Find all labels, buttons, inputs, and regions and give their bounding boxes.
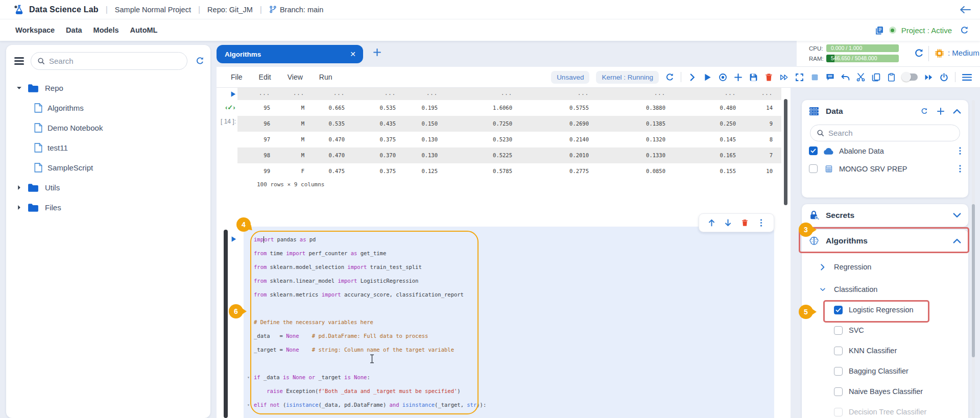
data-item-mongo-srv-prep[interactable]: MONGO SRV PREP bbox=[802, 160, 968, 177]
add-data-icon[interactable] bbox=[937, 107, 945, 115]
cell-more-options-icon[interactable] bbox=[757, 219, 765, 227]
checkbox-unchecked[interactable] bbox=[834, 326, 843, 335]
chevron-right-icon[interactable] bbox=[820, 264, 825, 271]
back-arrow-icon[interactable] bbox=[960, 6, 971, 14]
folder-label: Utils bbox=[45, 183, 60, 192]
menu-file[interactable]: File bbox=[231, 73, 243, 81]
checkbox-unchecked[interactable] bbox=[809, 164, 818, 173]
undo-icon[interactable] bbox=[841, 73, 850, 82]
checkbox-unchecked[interactable] bbox=[834, 387, 843, 396]
search-placeholder: Search bbox=[49, 57, 74, 65]
algo-item-naive-bayes-classifier[interactable]: Naive Bayes Classifier bbox=[802, 384, 968, 399]
sidebar-folder-files[interactable]: Files bbox=[6, 198, 210, 217]
menu-view[interactable]: View bbox=[288, 73, 303, 81]
new-tab-icon[interactable] bbox=[373, 48, 381, 57]
save-icon[interactable] bbox=[749, 73, 758, 82]
code-toggle-icon[interactable] bbox=[902, 73, 918, 81]
record-target-icon[interactable] bbox=[719, 73, 727, 82]
checkbox-unchecked[interactable] bbox=[834, 408, 843, 416]
status-refresh-icon[interactable] bbox=[960, 26, 969, 35]
collapse-data-icon[interactable] bbox=[953, 108, 961, 115]
sidebar-item-test11[interactable]: test11 bbox=[6, 138, 210, 158]
algo-item-bagging-classifier[interactable]: Bagging Classifier bbox=[802, 363, 968, 379]
resource-refresh-icon[interactable] bbox=[914, 48, 924, 58]
fast-forward-icon[interactable] bbox=[780, 73, 788, 82]
algo-group-regression[interactable]: Regression bbox=[802, 259, 968, 275]
data-refresh-icon[interactable] bbox=[920, 108, 928, 115]
sidebar-item-demo-notebook[interactable]: Demo Notebook bbox=[6, 118, 210, 138]
vertical-scrollbar[interactable] bbox=[784, 99, 787, 205]
kernel-refresh-icon[interactable] bbox=[665, 73, 674, 82]
algo-group-label: Regression bbox=[834, 263, 871, 271]
lock-icon bbox=[809, 210, 819, 220]
nav-item-workspace[interactable]: Workspace bbox=[15, 26, 55, 34]
file-icon bbox=[34, 123, 42, 133]
folder-label: Files bbox=[45, 203, 61, 212]
move-cell-down-icon[interactable] bbox=[724, 219, 732, 227]
sidebar-refresh-icon[interactable] bbox=[196, 57, 204, 65]
checkbox-unchecked[interactable] bbox=[834, 367, 843, 376]
checkbox-checked[interactable] bbox=[809, 146, 818, 155]
copy-icon[interactable] bbox=[872, 73, 880, 82]
sidebar-folder-repo[interactable]: Repo bbox=[6, 78, 210, 98]
caret-right-icon[interactable] bbox=[16, 205, 22, 210]
nav-item-automl[interactable]: AutoML bbox=[130, 26, 158, 34]
comments-icon[interactable] bbox=[826, 73, 834, 82]
panel-scrollbar[interactable] bbox=[972, 204, 975, 357]
checkbox-unchecked[interactable] bbox=[834, 347, 843, 355]
nav-item-data[interactable]: Data bbox=[66, 26, 82, 34]
sidebar-search-input[interactable]: Search bbox=[31, 52, 187, 70]
delete-cell-icon[interactable] bbox=[741, 219, 749, 227]
algo-item-svc[interactable]: SVC bbox=[802, 323, 968, 338]
paste-icon[interactable] bbox=[887, 73, 896, 82]
chevron-down-icon[interactable] bbox=[820, 286, 825, 293]
sidebar-item-samplescript[interactable]: SampleScript bbox=[6, 158, 210, 178]
table-row: 97M0.4700.3750.1300.52300.21400.13200.14… bbox=[237, 132, 781, 147]
file-label: Algorithms bbox=[47, 104, 84, 112]
logs-icon[interactable] bbox=[874, 26, 884, 35]
tab-algorithms[interactable]: Algorithms ✕ bbox=[217, 45, 363, 63]
more-options-icon[interactable] bbox=[959, 147, 961, 155]
file-icon bbox=[34, 163, 42, 173]
delete-icon[interactable] bbox=[764, 73, 773, 82]
more-options-icon[interactable] bbox=[959, 165, 961, 173]
shutdown-icon[interactable] bbox=[940, 73, 948, 82]
checkbox-checked[interactable] bbox=[834, 306, 843, 314]
run-code-cell-icon[interactable] bbox=[230, 235, 237, 243]
header-divider: | bbox=[198, 5, 200, 14]
caret-right-icon[interactable] bbox=[16, 185, 22, 190]
add-cell-icon[interactable] bbox=[734, 73, 743, 82]
menu-run[interactable]: Run bbox=[319, 73, 332, 81]
run-all-icon[interactable] bbox=[924, 73, 933, 82]
fullscreen-icon[interactable] bbox=[795, 73, 804, 82]
expand-secrets-icon[interactable] bbox=[953, 212, 961, 219]
sidebar-item-algorithms[interactable]: Algorithms bbox=[6, 98, 210, 118]
algo-item-logistic-regression[interactable]: Logistic Regression bbox=[802, 302, 968, 317]
run-output-cell-icon[interactable] bbox=[230, 90, 236, 98]
menu-edit[interactable]: Edit bbox=[259, 73, 271, 81]
stop-icon[interactable] bbox=[810, 73, 819, 82]
data-panel-title: Data bbox=[826, 107, 843, 116]
sidebar-folder-utils[interactable]: Utils bbox=[6, 178, 210, 198]
fold-caret-icon[interactable]: ▾ bbox=[247, 398, 250, 412]
panel-menu-icon[interactable] bbox=[962, 73, 972, 82]
expand-chevron-icon[interactable] bbox=[688, 73, 697, 82]
fold-caret-icon[interactable]: ▾ bbox=[247, 371, 250, 384]
data-item-abalone-data[interactable]: Abalone Data bbox=[802, 142, 968, 159]
sheet-icon bbox=[823, 165, 834, 173]
nav-item-models[interactable]: Models bbox=[93, 26, 119, 34]
algo-group-classification[interactable]: Classification bbox=[802, 282, 968, 297]
collapse-algorithms-icon[interactable] bbox=[953, 237, 961, 244]
cut-icon[interactable] bbox=[856, 73, 865, 82]
database-icon bbox=[809, 106, 819, 116]
tab-close-icon[interactable]: ✕ bbox=[350, 50, 356, 58]
algo-item-decision-tree-classifier[interactable]: Decision Tree Classifier bbox=[802, 404, 968, 418]
code-editor[interactable]: import pandas as pdfrom time import perf… bbox=[254, 233, 486, 412]
move-cell-up-icon[interactable] bbox=[708, 219, 715, 227]
run-cell-icon[interactable] bbox=[703, 73, 712, 82]
annotation-badge-3: 3 bbox=[799, 223, 813, 237]
caret-down-icon[interactable] bbox=[16, 85, 22, 91]
data-search-input[interactable]: Search bbox=[810, 125, 960, 141]
sidebar-menu-icon[interactable] bbox=[14, 57, 24, 64]
algo-item-knn-classifier[interactable]: KNN Classifier bbox=[802, 343, 968, 358]
